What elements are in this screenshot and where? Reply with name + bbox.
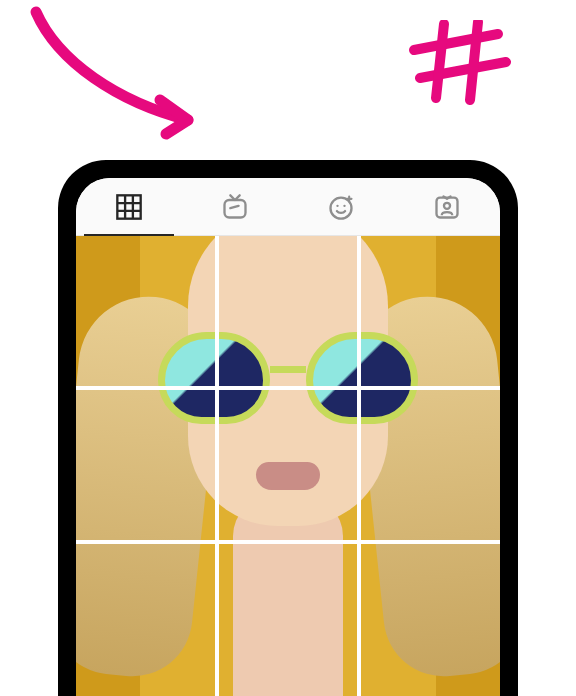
grid-cell[interactable] [76, 386, 217, 536]
svg-point-10 [444, 202, 450, 208]
grid-cell[interactable] [217, 540, 358, 690]
igtv-icon [221, 193, 249, 225]
grid-cell[interactable] [359, 386, 500, 536]
svg-rect-9 [437, 197, 458, 217]
smiley-sparkle-icon [327, 193, 355, 225]
annotation-arrow-icon [18, 2, 218, 142]
tab-igtv[interactable] [182, 182, 288, 235]
grid-cell[interactable] [76, 236, 217, 386]
posts-grid [76, 236, 500, 696]
grid-icon [115, 193, 143, 225]
annotation-hash-icon [406, 20, 516, 105]
grid-cell[interactable] [217, 236, 358, 386]
grid-cell[interactable] [217, 386, 358, 536]
tab-effects[interactable] [288, 182, 394, 235]
grid-cell[interactable] [359, 236, 500, 386]
svg-rect-0 [117, 195, 140, 218]
svg-point-7 [336, 204, 338, 206]
tab-grid[interactable] [76, 182, 182, 235]
grid-cell[interactable] [359, 540, 500, 690]
device-frame [58, 160, 518, 696]
profile-content-tabs [76, 178, 500, 236]
svg-rect-5 [225, 200, 246, 218]
device-screen [76, 178, 500, 696]
svg-point-8 [343, 204, 345, 206]
grid-cell[interactable] [76, 540, 217, 690]
tagged-user-icon [433, 193, 461, 225]
tab-tagged[interactable] [394, 182, 500, 235]
